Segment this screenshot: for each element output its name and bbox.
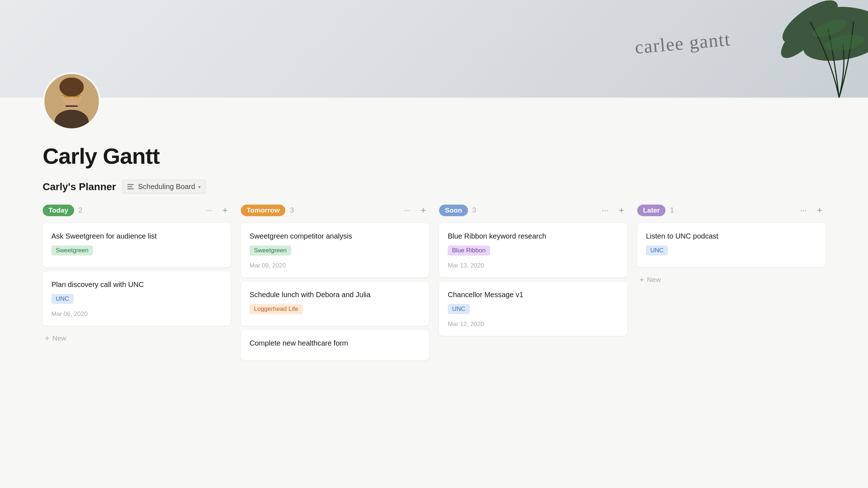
new-label-today: New <box>52 334 66 342</box>
view-selector[interactable]: Scheduling Board ▾ <box>122 180 206 194</box>
card-title-later-0: Listen to UNC podcast <box>646 231 817 241</box>
column-count-later: 1 <box>670 206 674 214</box>
column-badge-today: Today <box>43 205 74 216</box>
column-count-today: 2 <box>78 206 82 214</box>
card-title-tomorrow-1: Schedule lunch with Debora and Julia <box>250 290 420 300</box>
card-tag-soon-1: UNC <box>448 304 470 314</box>
new-button-today[interactable]: +New <box>43 330 231 347</box>
card-today-1[interactable]: Plan discovery call with UNCUNCMar 06, 2… <box>43 271 231 326</box>
column-more-button-tomorrow[interactable]: ··· <box>401 204 413 217</box>
svg-rect-17 <box>65 105 78 107</box>
column-header-later: Later1···+ <box>637 203 825 217</box>
card-tomorrow-2[interactable]: Complete new healthcare form <box>241 330 429 360</box>
card-tag-soon-0: Blue Ribbon <box>448 245 490 256</box>
card-tag-tomorrow-0: Sweetgreen <box>250 245 291 256</box>
column-actions-today: ···+ <box>203 203 231 217</box>
profile-section: Carly Gantt <box>0 130 868 169</box>
column-badge-soon: Soon <box>439 205 468 216</box>
column-actions-soon: ···+ <box>599 203 627 217</box>
chevron-down-icon: ▾ <box>198 184 201 190</box>
card-title-tomorrow-2: Complete new healthcare form <box>250 338 420 348</box>
svg-point-14 <box>59 77 84 97</box>
card-tag-today-0: Sweetgreen <box>51 245 93 256</box>
column-more-button-today[interactable]: ··· <box>203 204 215 217</box>
card-title-today-0: Ask Sweetgreen for audience list <box>51 231 222 241</box>
card-today-0[interactable]: Ask Sweetgreen for audience listSweetgre… <box>43 223 231 267</box>
avatar-wrapper <box>43 72 101 130</box>
card-title-tomorrow-0: Sweetgreen competitor analysis <box>250 231 420 241</box>
column-add-button-tomorrow[interactable]: + <box>418 203 429 217</box>
avatar-image <box>44 72 99 130</box>
card-later-0[interactable]: Listen to UNC podcastUNC <box>637 223 825 267</box>
card-date-today-1: Mar 06, 2020 <box>51 311 222 318</box>
card-tag-later-0: UNC <box>646 245 668 256</box>
profile-banner: carlee gantt <box>0 0 868 98</box>
profile-name: Carly Gantt <box>43 143 825 169</box>
column-today: Today2···+Ask Sweetgreen for audience li… <box>43 203 231 365</box>
board-icon <box>127 183 135 191</box>
planner-header: Carly's Planner Scheduling Board ▾ <box>0 180 868 194</box>
column-actions-tomorrow: ···+ <box>401 203 429 217</box>
board: Today2···+Ask Sweetgreen for audience li… <box>0 203 868 365</box>
column-actions-later: ···+ <box>797 203 825 217</box>
card-soon-0[interactable]: Blue Ribbon keyword researchBlue RibbonM… <box>439 223 627 277</box>
banner-signature: carlee gantt <box>634 29 731 58</box>
card-soon-1[interactable]: Chancellor Message v1UNCMar 12, 2020 <box>439 282 627 336</box>
card-title-today-1: Plan discovery call with UNC <box>51 279 222 290</box>
new-icon-later: + <box>639 275 644 284</box>
column-add-button-later[interactable]: + <box>814 203 825 217</box>
column-badge-later: Later <box>637 205 665 216</box>
card-date-soon-0: Mar 13, 2020 <box>448 262 618 269</box>
card-title-soon-1: Chancellor Message v1 <box>448 290 618 300</box>
column-tomorrow: Tomorrow3···+Sweetgreen competitor analy… <box>241 203 429 365</box>
column-add-button-soon[interactable]: + <box>616 203 627 217</box>
column-count-soon: 3 <box>472 206 476 214</box>
column-later: Later1···+Listen to UNC podcastUNC+New <box>637 203 825 365</box>
column-header-soon: Soon3···+ <box>439 203 627 217</box>
column-header-today: Today2···+ <box>43 203 231 217</box>
column-header-tomorrow: Tomorrow3···+ <box>241 203 429 217</box>
card-date-tomorrow-0: Mar 09, 2020 <box>250 262 420 269</box>
card-tomorrow-1[interactable]: Schedule lunch with Debora and JuliaLogg… <box>241 282 429 326</box>
column-badge-tomorrow: Tomorrow <box>241 205 285 216</box>
column-soon: Soon3···+Blue Ribbon keyword researchBlu… <box>439 203 627 365</box>
column-more-button-later[interactable]: ··· <box>797 204 809 217</box>
avatar <box>43 72 101 130</box>
card-tag-today-1: UNC <box>51 294 73 304</box>
column-more-button-soon[interactable]: ··· <box>599 204 611 217</box>
new-button-later[interactable]: +New <box>637 271 825 288</box>
card-date-soon-1: Mar 12, 2020 <box>448 321 618 328</box>
column-count-tomorrow: 3 <box>290 206 294 214</box>
banner-plant-decoration <box>738 0 868 98</box>
new-label-later: New <box>647 276 661 284</box>
view-label: Scheduling Board <box>138 183 195 191</box>
card-tomorrow-0[interactable]: Sweetgreen competitor analysisSweetgreen… <box>241 223 429 277</box>
new-icon-today: + <box>45 334 50 343</box>
card-title-soon-0: Blue Ribbon keyword research <box>448 231 618 241</box>
column-add-button-today[interactable]: + <box>220 203 231 217</box>
card-tag-tomorrow-1: Loggerhead Life <box>250 304 303 314</box>
planner-title: Carly's Planner <box>43 181 116 193</box>
